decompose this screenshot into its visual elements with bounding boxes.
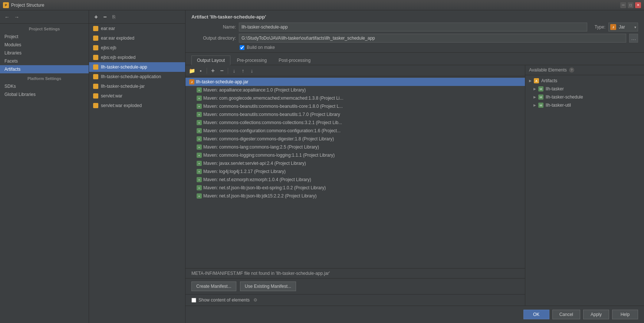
- back-button[interactable]: ←: [3, 13, 11, 21]
- cancel-button[interactable]: Cancel: [552, 310, 580, 319]
- tree-item-lang[interactable]: ▪ Maven: commons-lang:commons-lang:2.5 (…: [185, 143, 525, 151]
- sidebar-item-facets[interactable]: Facets: [0, 57, 89, 65]
- sidebar-item-global-libraries[interactable]: Global Libraries: [0, 90, 89, 99]
- tree-item-collections[interactable]: ▪ Maven: commons-collections:commons-col…: [185, 119, 525, 127]
- artifact-item-llh-schedule-app[interactable]: llh-tasker-schedule-app: [89, 62, 185, 72]
- output-dir-container: …: [239, 34, 638, 43]
- tree-item-main-jar[interactable]: J llh-tasker-schedule-app.jar: [185, 78, 525, 86]
- avail-item-llh-tasker-util[interactable]: ▶ M llh-tasker-util: [525, 101, 644, 109]
- sidebar-item-libraries[interactable]: Libraries: [0, 49, 89, 57]
- lib-icon: ▪: [197, 185, 202, 190]
- tab-output-layout[interactable]: Output Layout: [191, 56, 230, 65]
- lib-icon: ▪: [197, 104, 202, 109]
- avail-item-llh-tasker[interactable]: ▶ M llh-tasker: [525, 85, 644, 93]
- available-elements-header: Available Elements ?: [525, 65, 644, 75]
- content-toolbar: 📁 ▪ + − ↓ ↑ ↓: [185, 65, 525, 76]
- create-directory-button[interactable]: 📁: [188, 67, 196, 75]
- avail-folder-icon: A: [534, 78, 539, 83]
- lib-icon: ▪: [197, 161, 202, 166]
- tree-item-json-jdk15[interactable]: ▪ Maven: net.sf.json-lib:json-lib:jdk15:…: [185, 192, 525, 200]
- output-dir-browse-button[interactable]: …: [629, 34, 638, 43]
- artifact-item-ejbs-exploded[interactable]: ejbs:ejb exploded: [89, 53, 185, 62]
- tree-item-xmemcached[interactable]: ▪ Maven: com.googlecode.xmemcached:xmemc…: [185, 94, 525, 102]
- copy-artifact-button[interactable]: ⎘: [110, 13, 118, 21]
- sidebar-item-modules[interactable]: Modules: [0, 41, 89, 49]
- lib-icon: ▪: [197, 87, 202, 93]
- artifact-item-servlet-war-exploded[interactable]: servlet:war exploded: [89, 101, 185, 110]
- move-down2-button[interactable]: ↓: [248, 67, 256, 75]
- tree-item-aop[interactable]: ▪ Maven: aopalliance:aopalliance:1.0 (Pr…: [185, 86, 525, 94]
- tree-item-beanutils-core[interactable]: ▪ Maven: commons-beanutils:commons-beanu…: [185, 102, 525, 110]
- apply-button[interactable]: Apply: [583, 310, 609, 319]
- artifact-item-llh-schedule-jar[interactable]: llh-tasker-schedule-jar: [89, 81, 185, 91]
- move-down-button[interactable]: ↓: [230, 67, 238, 75]
- artifact-item-ear-exploded[interactable]: ear:ear exploded: [89, 33, 185, 43]
- tree-item-log4j[interactable]: ▪ Maven: log4j:log4j:1.2.17 (Project Lib…: [185, 167, 525, 176]
- tree-item-label: Maven: commons-logging:commons-logging:1…: [203, 153, 335, 158]
- tree-item-label: Maven: javax.servlet:servlet-api:2.4 (Pr…: [203, 161, 306, 166]
- artifact-item-llh-schedule-application[interactable]: llh-tasker-schedule-application: [89, 72, 185, 81]
- sidebar-item-sdks[interactable]: SDKs: [0, 82, 89, 90]
- artifact-item-label: ejbs:ejb exploded: [101, 55, 135, 60]
- add-element-button[interactable]: +: [209, 67, 217, 75]
- lib-icon: ▪: [197, 128, 202, 133]
- show-content-checkbox[interactable]: [191, 298, 196, 303]
- build-on-make-checkbox[interactable]: [240, 45, 244, 50]
- move-up-button[interactable]: ↑: [239, 67, 247, 75]
- tab-pre-processing[interactable]: Pre-processing: [231, 56, 272, 65]
- expand-icon: ▶: [533, 103, 536, 107]
- content-right: Available Elements ? ▶ A Artifacts ▶ M l…: [525, 65, 644, 306]
- close-button[interactable]: ✕: [635, 2, 641, 8]
- tree-item-beanutils[interactable]: ▪ Maven: commons-beanutils:commons-beanu…: [185, 110, 525, 119]
- forward-button[interactable]: →: [13, 13, 21, 21]
- tree-item-json-ext[interactable]: ▪ Maven: net.sf.json-lib:json-lib-ext-sp…: [185, 184, 525, 192]
- tree-item-configuration[interactable]: ▪ Maven: commons-configuration:commons-c…: [185, 127, 525, 135]
- remove-artifact-button[interactable]: −: [101, 13, 109, 21]
- sidebar-item-project[interactable]: Project: [0, 33, 89, 41]
- tree-item-ezmorph[interactable]: ▪ Maven: net.sf.ezmorph:ezmorph:1.0.4 (P…: [185, 176, 525, 184]
- avail-item-artifacts[interactable]: ▶ A Artifacts: [525, 77, 644, 85]
- output-dir-input[interactable]: [239, 34, 626, 43]
- create-manifest-button[interactable]: Create Manifest...: [191, 282, 236, 291]
- tree-item-digester[interactable]: ▪ Maven: commons-digester:commons-digest…: [185, 135, 525, 143]
- avail-item-llh-tasker-schedule[interactable]: ▶ M llh-tasker-schedule: [525, 93, 644, 101]
- maximize-button[interactable]: □: [628, 2, 634, 8]
- artifact-item-ejbs-ejb[interactable]: ejbs:ejb: [89, 43, 185, 53]
- artifact-item-label: servlet:war exploded: [101, 103, 142, 108]
- tree-item-logging[interactable]: ▪ Maven: commons-logging:commons-logging…: [185, 151, 525, 159]
- remove-element-button[interactable]: −: [218, 67, 226, 75]
- ok-button[interactable]: OK: [523, 310, 549, 319]
- build-on-make-row: Build on make: [240, 45, 638, 50]
- tree-item-label: Maven: commons-configuration:commons-con…: [203, 128, 341, 133]
- settings-icon[interactable]: ⚙: [253, 297, 257, 303]
- minimize-button[interactable]: ─: [620, 2, 626, 8]
- panel-header: Artifact 'llh-tasker-schedule-app' Name:…: [185, 10, 644, 53]
- name-input[interactable]: [239, 23, 587, 31]
- jar-icon: J: [189, 79, 194, 84]
- tab-post-processing[interactable]: Post-processing: [273, 56, 316, 65]
- output-dir-row: Output directory: …: [191, 34, 638, 43]
- artifact-icon: [93, 54, 99, 60]
- artifact-item-servlet-war[interactable]: servlet:war: [89, 91, 185, 101]
- artifact-item-label: ear:ear: [101, 26, 115, 31]
- expand-icon: ▶: [529, 79, 532, 83]
- artifact-tree: J llh-tasker-schedule-app.jar ▪ Maven: a…: [185, 76, 525, 268]
- toolbar-separator2: [228, 68, 228, 74]
- type-value: Jar: [619, 24, 625, 30]
- artifact-item-ear-ear[interactable]: ear:ear: [89, 24, 185, 33]
- type-select-display[interactable]: J Jar ▾: [608, 23, 638, 31]
- tree-item-servlet[interactable]: ▪ Maven: javax.servlet:servlet-api:2.4 (…: [185, 159, 525, 167]
- lib-icon: ▪: [197, 193, 202, 199]
- use-existing-manifest-button[interactable]: Use Existing Manifest...: [240, 282, 296, 291]
- tree-item-label: llh-tasker-schedule-app.jar: [196, 79, 248, 84]
- tree-item-label: Maven: net.sf.json-lib:json-lib:jdk15:2.…: [203, 193, 316, 199]
- artifact-toolbar: + − ⎘: [89, 10, 185, 24]
- sidebar-item-artifacts[interactable]: Artifacts: [0, 65, 89, 73]
- show-stats-button[interactable]: ▪: [197, 67, 205, 75]
- help-button[interactable]: Help: [612, 310, 638, 319]
- toolbar-separator: [207, 68, 207, 74]
- help-icon[interactable]: ?: [569, 67, 574, 73]
- tree-item-label: Maven: net.sf.ezmorph:ezmorph:1.0.4 (Pro…: [203, 177, 311, 182]
- add-artifact-button[interactable]: +: [92, 13, 100, 21]
- tree-item-label: Maven: commons-digester:commons-digester…: [203, 136, 334, 141]
